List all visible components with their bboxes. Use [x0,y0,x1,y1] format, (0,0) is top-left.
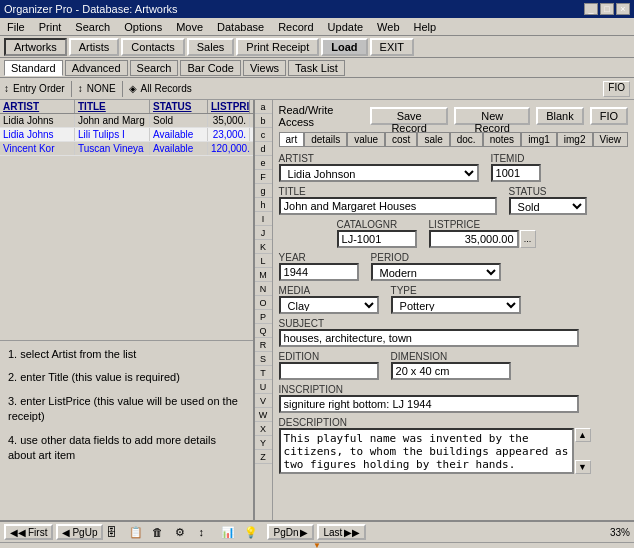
menu-search[interactable]: Search [72,21,113,33]
report-icon-btn[interactable]: 📊 [221,526,241,539]
ftab-cost[interactable]: cost [385,132,417,146]
letter-e[interactable]: e [255,156,272,170]
ftab-doc[interactable]: doc. [450,132,483,146]
artist-select[interactable]: Lidia Johnson Vincent Korsakov [279,164,479,182]
ftab-details[interactable]: details [304,132,347,146]
letter-c[interactable]: c [255,128,272,142]
menu-record[interactable]: Record [275,21,316,33]
subtab-views[interactable]: Views [243,60,286,76]
letter-i[interactable]: I [255,212,272,226]
col-artist[interactable]: ARTIST [0,100,75,113]
fio-button[interactable]: FIO [603,81,630,97]
status-select[interactable]: Sold Available Reserved [509,197,587,215]
inscription-input[interactable] [279,395,579,413]
letter-b[interactable]: b [255,114,272,128]
itemid-input[interactable]: 1001 [491,164,541,182]
subtab-tasklist[interactable]: Task List [288,60,345,76]
delete-icon-btn[interactable]: 🗑 [152,526,172,538]
period-select[interactable]: Modern Contemporary Classical [371,263,501,281]
tab-sales[interactable]: Sales [187,38,235,56]
letter-j[interactable]: J [255,226,272,240]
subtab-search[interactable]: Search [130,60,179,76]
minimize-button[interactable]: _ [584,3,598,15]
letter-o[interactable]: O [255,296,272,310]
catalognr-input[interactable] [337,230,417,248]
tab-print-receipt[interactable]: Print Receipt [236,38,319,56]
letter-z[interactable]: Z [255,450,272,464]
media-select[interactable]: Clay Oil Watercolor Acrylic [279,296,379,314]
letter-y[interactable]: Y [255,436,272,450]
letter-g[interactable]: g [255,184,272,198]
edition-input[interactable] [279,362,379,380]
ftab-value[interactable]: value [347,132,385,146]
letter-f[interactable]: F [255,170,272,184]
letter-w[interactable]: W [255,408,272,422]
type-select[interactable]: Pottery Painting Sculpture Print [391,296,521,314]
letter-l[interactable]: L [255,254,272,268]
listprice-ellipsis-button[interactable]: ... [520,230,536,248]
ftab-art[interactable]: art [279,132,305,146]
fio-button[interactable]: FIO [590,107,628,125]
listprice-input[interactable] [429,230,519,248]
subtab-barcode[interactable]: Bar Code [180,60,240,76]
description-textarea[interactable]: This playful name was invented by the ci… [279,428,574,474]
menu-options[interactable]: Options [121,21,165,33]
tab-exit[interactable]: EXIT [370,38,414,56]
letter-u[interactable]: U [255,380,272,394]
letter-q[interactable]: Q [255,324,272,338]
letter-m[interactable]: M [255,268,272,282]
letter-n[interactable]: N [255,282,272,296]
menu-file[interactable]: File [4,21,28,33]
letter-a[interactable]: a [255,100,272,114]
table-row[interactable]: Lidia Johns John and Marg Sold 35,000. [0,114,253,128]
dimension-input[interactable] [391,362,511,380]
letter-h[interactable]: h [255,198,272,212]
last-button[interactable]: Last ▶▶ [317,524,366,540]
desc-scroll-down-button[interactable]: ▼ [575,460,591,474]
table-row[interactable]: Lidia Johns Lili Tulips I Available 23,0… [0,128,253,142]
tab-load[interactable]: Load [321,38,367,56]
col-status[interactable]: STATUS [150,100,208,113]
filter-icon-btn[interactable]: ⚙ [175,526,195,539]
ftab-sale[interactable]: sale [417,132,449,146]
subject-input[interactable] [279,329,579,347]
letter-v[interactable]: V [255,394,272,408]
pgdn-button[interactable]: PgDn ▶ [267,524,314,540]
letter-x[interactable]: X [255,422,272,436]
letter-p[interactable]: P [255,310,272,324]
letter-t[interactable]: T [255,366,272,380]
menu-print[interactable]: Print [36,21,65,33]
new-record-button[interactable]: New Record [454,107,530,125]
maximize-button[interactable]: □ [600,3,614,15]
ftab-view[interactable]: View [593,132,629,146]
copy-icon-btn[interactable]: 📋 [129,526,149,539]
tab-artworks[interactable]: Artworks [4,38,67,56]
menu-update[interactable]: Update [325,21,366,33]
tab-artists[interactable]: Artists [69,38,120,56]
lamp-icon-btn[interactable]: 💡 [244,526,264,539]
menu-move[interactable]: Move [173,21,206,33]
blank-button[interactable]: Blank [536,107,584,125]
letter-d[interactable]: d [255,142,272,156]
first-button[interactable]: ◀◀ First [4,524,53,540]
sort-icon-btn[interactable]: ↕ [198,526,218,538]
col-listprice[interactable]: LISTPRICE [208,100,250,113]
db-icon-btn[interactable]: 🗄 [106,526,126,538]
tab-contacts[interactable]: Contacts [121,38,184,56]
desc-scroll-up-button[interactable]: ▲ [575,428,591,442]
letter-r[interactable]: R [255,338,272,352]
pgup-button[interactable]: ◀ PgUp [56,524,103,540]
letter-s[interactable]: S [255,352,272,366]
col-title[interactable]: TITLE [75,100,150,113]
subtab-advanced[interactable]: Advanced [65,60,128,76]
save-record-button[interactable]: Save Record [370,107,449,125]
ftab-notes[interactable]: notes [483,132,521,146]
year-input[interactable] [279,263,359,281]
menu-database[interactable]: Database [214,21,267,33]
table-row[interactable]: Vincent Kor Tuscan Vineya Available 120,… [0,142,253,156]
ftab-img2[interactable]: img2 [557,132,593,146]
letter-k[interactable]: K [255,240,272,254]
close-button[interactable]: × [616,3,630,15]
ftab-img1[interactable]: img1 [521,132,557,146]
menu-help[interactable]: Help [411,21,440,33]
